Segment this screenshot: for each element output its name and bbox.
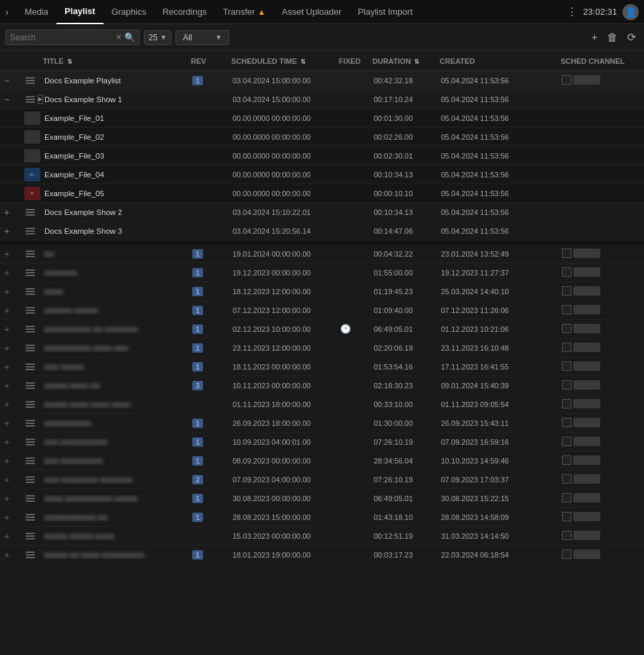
nav-item-transfer[interactable]: Transfer ▲ [214,0,274,24]
row-expand[interactable]: + [3,286,23,297]
collapse-icon[interactable]: − [4,75,9,86]
collapse-icon[interactable]: − [4,94,9,105]
row-expand[interactable]: + [3,324,23,335]
row-expand[interactable]: + [3,437,23,447]
search-input[interactable] [10,33,113,42]
th-title[interactable]: TITLE ⇅ [43,57,191,65]
lines-icon [24,362,42,372]
search-box[interactable]: ✕ 🔍 [5,30,140,45]
channel-checkbox[interactable] [562,75,571,85]
row-duration: 00:33:10.00 [372,400,440,408]
row-icon [23,381,43,390]
row-expand[interactable]: + [3,226,23,236]
toolbar-actions: + 🗑 ⟳ [589,30,639,45]
row-rev: 1 [191,494,231,503]
row-expand[interactable]: + [3,343,23,353]
table-row: + ■■ 1 19.01.2024 00:00:00.00 00:04:32.2… [0,245,644,263]
nav-item-asset-uploader[interactable]: Asset Uploader [274,0,350,24]
lines-icon [24,475,42,484]
row-title: Docs Example Show 1 [43,95,191,103]
row-duration: 00:00:10.10 [372,189,440,198]
row-expand[interactable]: + [3,531,23,541]
row-created: 05.04.2024 11:53:56 [440,114,561,122]
channel-checkbox[interactable] [562,493,571,503]
row-expand[interactable]: − [3,75,23,86]
row-expand[interactable]: + [3,207,23,218]
row-expand[interactable]: + [3,380,23,391]
channel-checkbox[interactable] [562,474,571,484]
delete-button[interactable]: 🗑 [604,30,620,45]
nav-expand-icon[interactable]: › [5,7,9,17]
channel-checkbox[interactable] [562,399,571,408]
channel-checkbox[interactable] [562,249,571,258]
row-expand[interactable]: + [3,361,23,372]
refresh-button[interactable]: ⟳ [625,30,639,45]
nav-item-playlist-import[interactable]: Playlist Import [350,0,421,24]
count-selector[interactable]: 25 ▼ [144,30,171,45]
expand-icon[interactable]: + [4,207,9,218]
channel-checkbox[interactable] [562,512,571,521]
table-body: − Docs Example Playlist 1 03.04.2024 15:… [0,71,644,564]
nav-item-recordings[interactable]: Recordings [155,0,215,24]
lines-icon [24,494,42,503]
row-expand[interactable]: − [3,94,23,105]
sched-bar [573,418,600,427]
sched-bar [573,324,600,333]
channel-checkbox[interactable] [562,531,571,540]
row-created: 28.08.2023 14:58:09 [440,513,561,521]
row-duration: 01:19:45.23 [372,288,440,296]
th-scheduled-time[interactable]: SCHEDULED TIME ⇅ [231,57,339,65]
row-channel [561,267,644,278]
add-button[interactable]: + [589,30,600,45]
row-sched: 23.11.2023 12:00:00.00 [231,344,339,352]
row-channel [561,343,644,353]
channel-checkbox[interactable] [562,550,571,559]
title-sort-icon: ⇅ [67,58,73,65]
row-expand[interactable]: + [3,550,23,560]
thumbnail [24,130,40,144]
channel-checkbox[interactable] [562,361,571,371]
sched-bar [573,361,600,371]
row-expand[interactable]: + [3,493,23,504]
row-expand[interactable]: + [3,399,23,410]
row-expand[interactable]: + [3,305,23,316]
expand-icon[interactable]: + [4,226,9,236]
clear-icon[interactable]: ✕ [116,33,122,42]
channel-checkbox[interactable] [562,267,571,277]
table-row: R Example_File_05 00.00.0000 00:00:00.00… [0,184,644,203]
channel-checkbox[interactable] [562,380,571,390]
row-channel [561,399,644,410]
duration-sort-icon: ⇅ [414,58,419,65]
row-expand[interactable]: + [3,418,23,429]
th-duration[interactable]: DURATION ⇅ [372,57,440,65]
nav-item-media[interactable]: Media [17,0,56,24]
channel-checkbox[interactable] [562,455,571,465]
row-title: ■■■ ■■■■■■■■■ [43,457,191,465]
user-avatar[interactable]: 👤 [622,4,639,20]
filter-selector[interactable]: All ▼ [175,30,229,45]
channel-checkbox[interactable] [562,324,571,333]
lines-icon [24,268,42,277]
row-rev: 1 [191,550,231,560]
sched-bar [573,249,600,258]
channel-checkbox[interactable] [562,286,571,296]
row-expand[interactable]: + [3,474,23,485]
nav-item-graphics[interactable]: Graphics [104,0,155,24]
row-expand[interactable]: + [3,455,23,466]
row-icon [23,550,43,560]
row-title: Example_File_04 [43,171,191,179]
channel-checkbox[interactable] [562,418,571,427]
row-icon [23,475,43,484]
search-icon[interactable]: 🔍 [124,32,135,42]
channel-checkbox[interactable] [562,305,571,314]
channel-checkbox[interactable] [562,343,571,352]
row-expand[interactable]: + [3,267,23,278]
nav-menu-dots[interactable]: ⋮ [567,5,577,18]
row-created: 05.04.2024 11:53:56 [440,208,561,216]
nav-item-playlist[interactable]: Playlist [56,0,104,24]
row-expand[interactable]: + [3,512,23,523]
count-dropdown-arrow: ▼ [160,34,167,41]
row-created: 23.11.2023 16:10:48 [440,344,561,352]
channel-checkbox[interactable] [562,437,571,446]
row-expand[interactable]: + [3,249,23,259]
